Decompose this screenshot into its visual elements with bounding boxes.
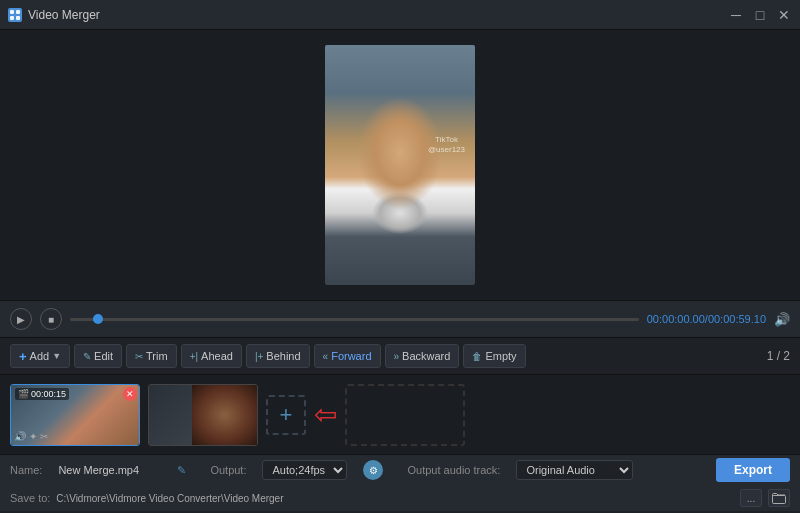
preview-area: TikTok @user123 xyxy=(0,30,800,300)
audio-track-select[interactable]: Original Audio xyxy=(516,460,633,480)
saveto-path: C:\Vidmore\Vidmore Video Converter\Video… xyxy=(56,493,734,504)
clip-1-close-button[interactable]: ✕ xyxy=(123,387,137,401)
more-options-button[interactable]: ... xyxy=(740,489,762,507)
bottom-bar: Name: ✎ Output: Auto;24fps ⚙ Output audi… xyxy=(0,454,800,511)
clip-1[interactable]: 🎬 00:00:15 ✕ 🔊 ✦ ✂ xyxy=(10,384,140,446)
timeline: 🎬 00:00:15 ✕ 🔊 ✦ ✂ + ⇦ xyxy=(0,374,800,454)
audio-icon: 🔊 xyxy=(14,431,26,442)
video-content xyxy=(325,45,475,285)
dropdown-arrow-icon: ▼ xyxy=(52,351,61,361)
open-folder-button[interactable] xyxy=(768,489,790,507)
clip-icon: 🎬 xyxy=(18,389,29,399)
close-button[interactable]: ✕ xyxy=(776,7,792,23)
ahead-icon: +| xyxy=(190,351,198,362)
app-icon xyxy=(8,8,22,22)
export-button[interactable]: Export xyxy=(716,458,790,482)
forward-icon: « xyxy=(323,351,329,362)
trash-icon: 🗑 xyxy=(472,351,482,362)
play-button[interactable]: ▶ xyxy=(10,308,32,330)
trim-button[interactable]: ✂ Trim xyxy=(126,344,177,368)
backward-button[interactable]: » Backward xyxy=(385,344,460,368)
video-frame: TikTok @user123 xyxy=(325,45,475,285)
behind-icon: |+ xyxy=(255,351,263,362)
clip-1-duration: 🎬 00:00:15 xyxy=(15,388,69,400)
titlebar-left: Video Merger xyxy=(8,8,100,22)
clip-2[interactable] xyxy=(148,384,258,446)
stop-button[interactable]: ■ xyxy=(40,308,62,330)
toolbar: + Add ▼ ✎ Edit ✂ Trim +| Ahead |+ Behind… xyxy=(0,338,800,374)
volume-icon[interactable]: 🔊 xyxy=(774,312,790,327)
output-select[interactable]: Auto;24fps xyxy=(262,460,347,480)
clip-2-right xyxy=(192,385,257,445)
seek-bar[interactable] xyxy=(70,318,639,321)
clip-1-icons: 🔊 ✦ ✂ xyxy=(14,431,48,442)
seek-knob[interactable] xyxy=(93,314,103,324)
edit-button[interactable]: ✎ Edit xyxy=(74,344,122,368)
edit-icon: ✎ xyxy=(83,351,91,362)
time-display: 00:00:00.00/00:00:59.10 xyxy=(647,313,766,325)
behind-button[interactable]: |+ Behind xyxy=(246,344,310,368)
backward-icon: » xyxy=(394,351,400,362)
window-controls: ─ □ ✕ xyxy=(728,7,792,23)
saveto-row: Save to: C:\Vidmore\Vidmore Video Conver… xyxy=(10,487,790,509)
clip-2-thumbnail xyxy=(149,385,257,445)
output-label: Output: xyxy=(210,464,246,476)
output-settings-button[interactable]: ⚙ xyxy=(363,460,383,480)
minimize-button[interactable]: ─ xyxy=(728,7,744,23)
clip-placeholder xyxy=(345,384,465,446)
empty-button[interactable]: 🗑 Empty xyxy=(463,344,525,368)
settings-row: Name: ✎ Output: Auto;24fps ⚙ Output audi… xyxy=(10,457,790,484)
clip-2-left xyxy=(149,385,192,445)
maximize-button[interactable]: □ xyxy=(752,7,768,23)
arrow-indicator: ⇦ xyxy=(314,398,337,431)
svg-rect-1 xyxy=(16,10,20,14)
scissors-icon: ✂ xyxy=(135,351,143,362)
svg-rect-3 xyxy=(16,16,20,20)
app-title: Video Merger xyxy=(28,8,100,22)
titlebar: Video Merger ─ □ ✕ xyxy=(0,0,800,30)
add-button[interactable]: + Add ▼ xyxy=(10,344,70,368)
svg-rect-4 xyxy=(773,496,786,504)
filename-input[interactable] xyxy=(58,464,158,476)
cut-icon: ✂ xyxy=(40,431,48,442)
saveto-label: Save to: xyxy=(10,492,50,504)
plus-icon: + xyxy=(19,349,27,364)
star-icon: ✦ xyxy=(29,431,37,442)
playback-bar: ▶ ■ 00:00:00.00/00:00:59.10 🔊 xyxy=(0,300,800,338)
edit-filename-icon[interactable]: ✎ xyxy=(177,464,186,477)
forward-button[interactable]: « Forward xyxy=(314,344,381,368)
tiktok-watermark: TikTok @user123 xyxy=(428,135,465,156)
svg-rect-2 xyxy=(10,16,14,20)
svg-rect-0 xyxy=(10,10,14,14)
name-label: Name: xyxy=(10,464,42,476)
page-indicator: 1 / 2 xyxy=(767,349,790,363)
add-clip-button[interactable]: + xyxy=(266,395,306,435)
ahead-button[interactable]: +| Ahead xyxy=(181,344,242,368)
audio-label: Output audio track: xyxy=(407,464,500,476)
